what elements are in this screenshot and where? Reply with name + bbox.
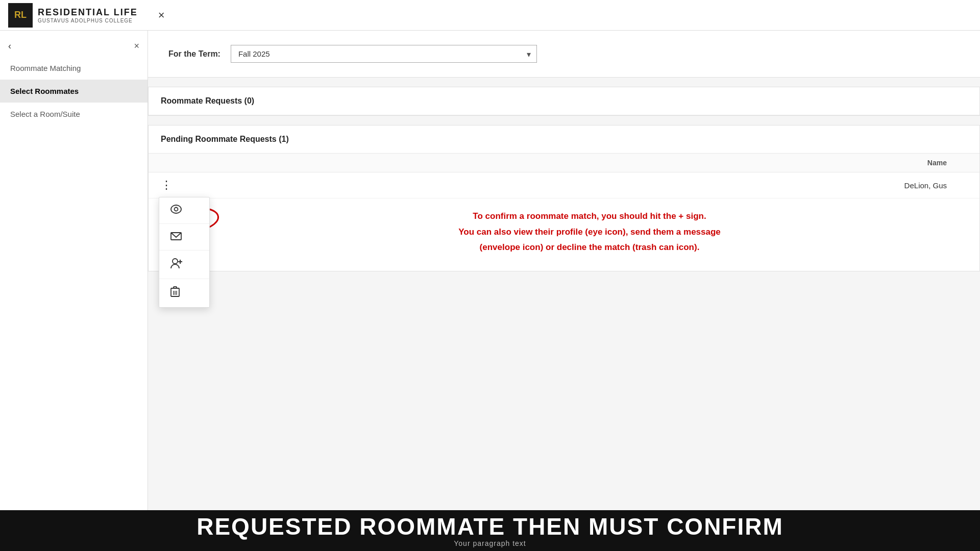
action-confirm-roommate[interactable] bbox=[159, 251, 209, 279]
eye-icon bbox=[170, 205, 182, 216]
banner-main-text: REQUESTED ROOMMATE THEN MUST CONFIRM bbox=[197, 514, 783, 540]
roommate-requests-header: Roommate Requests (0) bbox=[149, 87, 979, 115]
sidebar-back-button[interactable]: ‹ bbox=[8, 41, 11, 52]
sidebar-item-roommate-matching[interactable]: Roommate Matching bbox=[0, 57, 148, 80]
term-dropdown-wrapper: Fall 2025 ▾ bbox=[231, 45, 537, 63]
sidebar-nav-top: ‹ × bbox=[0, 36, 148, 57]
annotation-line2: You can also view their profile (eye ico… bbox=[220, 224, 959, 240]
annotation-text-block: To confirm a roommate match, you should … bbox=[169, 209, 959, 256]
sidebar-close-button[interactable]: × bbox=[134, 41, 139, 52]
action-dropdown-menu bbox=[159, 197, 210, 308]
mail-icon bbox=[170, 231, 182, 243]
action-message[interactable] bbox=[159, 224, 209, 251]
pending-requests-section: Pending Roommate Requests (1) Name ⋮ DeL… bbox=[148, 125, 980, 271]
col-name-header: Name bbox=[191, 159, 967, 167]
logo-text: RESIDENTIAL LIFE GUSTAVUS ADOLPHUS COLLE… bbox=[38, 7, 138, 23]
logo-area: RL RESIDENTIAL LIFE GUSTAVUS ADOLPHUS CO… bbox=[8, 3, 138, 28]
term-dropdown[interactable]: Fall 2025 bbox=[231, 45, 537, 63]
table-header-row: Name bbox=[149, 154, 979, 172]
term-section: For the Term: Fall 2025 ▾ bbox=[148, 31, 980, 78]
banner-sub-text: Your paragraph text bbox=[454, 539, 526, 547]
svg-point-3 bbox=[173, 259, 178, 264]
action-view-profile[interactable] bbox=[159, 197, 209, 224]
header-close-button[interactable]: × bbox=[158, 9, 165, 22]
kebab-menu-button[interactable]: ⋮ bbox=[161, 179, 173, 192]
annotation-line1: To confirm a roommate match, you should … bbox=[220, 209, 959, 224]
svg-point-0 bbox=[171, 205, 181, 213]
app-header: RL RESIDENTIAL LIFE GUSTAVUS ADOLPHUS CO… bbox=[0, 0, 980, 31]
annotation-container: To confirm a roommate match, you should … bbox=[149, 198, 979, 271]
layout: ‹ × Roommate Matching Select Roommates S… bbox=[0, 31, 980, 510]
sidebar: ‹ × Roommate Matching Select Roommates S… bbox=[0, 31, 148, 510]
pending-requests-header: Pending Roommate Requests (1) bbox=[149, 126, 979, 154]
logo-box: RL bbox=[8, 3, 33, 28]
trash-icon bbox=[170, 286, 180, 300]
bottom-banner: REQUESTED ROOMMATE THEN MUST CONFIRM You… bbox=[0, 510, 980, 551]
svg-point-1 bbox=[175, 208, 178, 211]
logo-subtitle: GUSTAVUS ADOLPHUS COLLEGE bbox=[38, 18, 138, 23]
col-actions-data: ⋮ bbox=[161, 179, 191, 192]
annotation-line3: (envelope icon) or decline the match (tr… bbox=[220, 240, 959, 256]
logo-initials: RL bbox=[14, 10, 27, 20]
logo-title: RESIDENTIAL LIFE bbox=[38, 7, 138, 18]
action-decline[interactable] bbox=[159, 279, 209, 307]
add-person-icon bbox=[170, 258, 183, 271]
main-content: For the Term: Fall 2025 ▾ Roommate Reque… bbox=[148, 31, 980, 510]
roommate-requests-section: Roommate Requests (0) bbox=[148, 87, 980, 116]
sidebar-item-select-roommates[interactable]: Select Roommates bbox=[0, 80, 148, 103]
col-name-data: DeLion, Gus bbox=[191, 181, 967, 190]
term-label: For the Term: bbox=[168, 49, 220, 59]
sidebar-item-select-room[interactable]: Select a Room/Suite bbox=[0, 103, 148, 126]
table-row: ⋮ DeLion, Gus bbox=[149, 172, 979, 198]
